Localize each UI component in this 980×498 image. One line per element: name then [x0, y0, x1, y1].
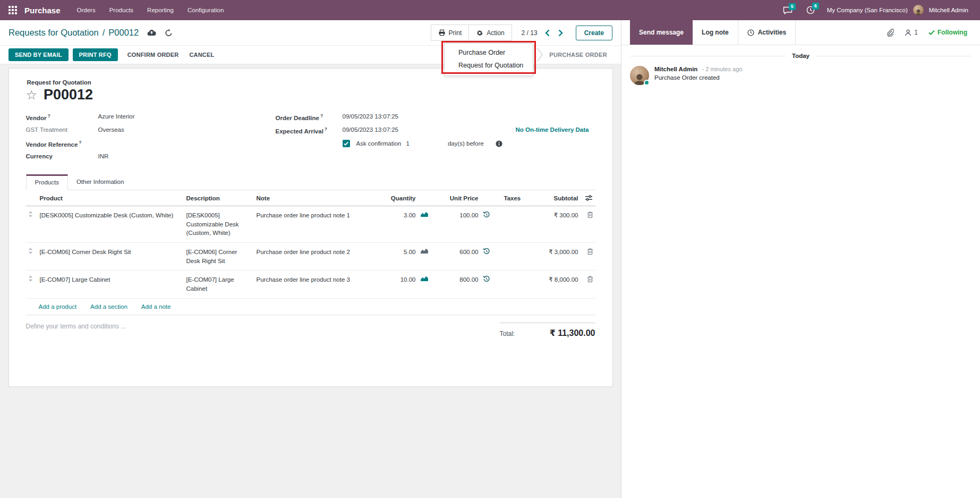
- print-dropdown-menu: Purchase Order Request for Quotation: [444, 43, 533, 76]
- log-note-button[interactable]: Log note: [693, 20, 738, 45]
- cell-quantity[interactable]: 10.00: [377, 271, 418, 298]
- create-button[interactable]: Create: [576, 26, 612, 40]
- apps-menu-icon[interactable]: [8, 6, 17, 14]
- gst-treatment-field[interactable]: Overseas: [98, 126, 124, 133]
- pager-previous-icon[interactable]: [545, 29, 550, 37]
- cell-note[interactable]: Purchase order line product note 2: [254, 243, 377, 271]
- print-action-group: Print Action: [431, 24, 512, 41]
- cell-taxes[interactable]: [502, 243, 534, 271]
- cell-product[interactable]: [E-COM06] Corner Desk Right Sit: [38, 243, 184, 271]
- total-amount: ₹ 11,300.00: [550, 328, 595, 338]
- cell-product[interactable]: [E-COM07] Large Cabinet: [38, 271, 184, 298]
- delete-row-icon[interactable]: [581, 271, 595, 298]
- forecast-icon[interactable]: [418, 271, 436, 298]
- total-label: Total:: [500, 330, 515, 337]
- cell-unit-price[interactable]: 600.00: [436, 243, 481, 271]
- terms-placeholder[interactable]: Define your terms and conditions ...: [26, 323, 126, 338]
- cell-quantity[interactable]: 3.00: [377, 206, 418, 243]
- cell-unit-price[interactable]: 100.00: [436, 206, 481, 243]
- pager-next-icon[interactable]: [558, 29, 563, 37]
- doc-type-label: Request for Quotation: [27, 79, 595, 86]
- expected-arrival-field[interactable]: 09/05/2023 13:07:25: [343, 126, 399, 133]
- followers-button[interactable]: 1: [905, 29, 918, 36]
- message-author[interactable]: Mitchell Admin: [654, 66, 697, 72]
- following-button[interactable]: Following: [928, 29, 967, 36]
- cell-description[interactable]: [DESK0005] Customizable Desk (Custom, Wh…: [184, 206, 254, 243]
- save-cloud-icon[interactable]: [147, 29, 156, 36]
- col-taxes: Taxes: [502, 190, 534, 206]
- breadcrumb-parent[interactable]: Requests for Quotation: [8, 28, 99, 38]
- table-header-row: Product Description Note Quantity Unit P…: [26, 190, 595, 206]
- cell-note[interactable]: Purchase order line product note 3: [254, 271, 377, 298]
- delete-row-icon[interactable]: [581, 243, 595, 271]
- price-history-icon[interactable]: [481, 206, 502, 243]
- vendor-label: Vendor?: [26, 113, 98, 121]
- cancel-button[interactable]: CANCEL: [184, 48, 219, 61]
- price-history-icon[interactable]: [481, 243, 502, 271]
- currency-field[interactable]: INR: [98, 153, 109, 159]
- menu-configuration[interactable]: Configuration: [181, 0, 231, 20]
- table-row: [DESK0005] Customizable Desk (Custom, Wh…: [26, 206, 595, 243]
- activities-clock-icon[interactable]: 6: [806, 6, 815, 14]
- add-a-note-link[interactable]: Add a note: [141, 303, 171, 310]
- app-title[interactable]: Purchase: [24, 6, 61, 15]
- activities-button[interactable]: Activities: [738, 20, 796, 45]
- forecast-icon[interactable]: [418, 206, 436, 243]
- notebook-tabs: Products Other Information: [26, 174, 595, 190]
- print-button[interactable]: Print: [431, 25, 469, 40]
- cell-description[interactable]: [E-COM06] Corner Desk Right Sit: [184, 243, 254, 271]
- cell-unit-price[interactable]: 800.00: [436, 271, 481, 298]
- status-chevron-icon: [537, 48, 543, 62]
- message-timestamp: - 2 minutes ago: [702, 66, 743, 72]
- menu-reporting[interactable]: Reporting: [140, 0, 181, 20]
- cell-description[interactable]: [E-COM07] Large Cabinet: [184, 271, 254, 298]
- vendor-field[interactable]: Azure Interior: [98, 113, 135, 120]
- col-quantity: Quantity: [377, 190, 418, 206]
- discard-undo-icon[interactable]: [165, 29, 173, 37]
- expected-arrival-label: Expected Arrival?: [276, 126, 343, 134]
- cell-note[interactable]: Purchase order line product note 1: [254, 206, 377, 243]
- user-avatar[interactable]: [913, 5, 924, 15]
- tab-products[interactable]: Products: [26, 174, 68, 190]
- user-menu[interactable]: Mitchell Admin: [924, 7, 974, 13]
- add-a-product-link[interactable]: Add a product: [39, 303, 77, 310]
- breadcrumb-separator: /: [103, 28, 105, 38]
- action-button[interactable]: Action: [469, 25, 511, 40]
- cell-quantity[interactable]: 5.00: [377, 243, 418, 271]
- menu-products[interactable]: Products: [103, 0, 140, 20]
- order-deadline-label: Order Deadline?: [276, 113, 343, 121]
- send-by-email-button[interactable]: SEND BY EMAIL: [8, 48, 69, 61]
- order-deadline-field[interactable]: 09/05/2023 13:07:25: [343, 113, 399, 120]
- add-a-section-link[interactable]: Add a section: [90, 303, 127, 310]
- price-history-icon[interactable]: [481, 271, 502, 298]
- drag-handle-icon[interactable]: [26, 206, 38, 243]
- cell-taxes[interactable]: [502, 271, 534, 298]
- menu-orders[interactable]: Orders: [70, 0, 103, 20]
- company-switcher[interactable]: My Company (San Francisco): [822, 7, 913, 13]
- online-status-dot: [644, 80, 650, 86]
- status-step-purchase-order[interactable]: PURCHASE ORDER: [544, 52, 612, 58]
- drag-handle-icon[interactable]: [26, 243, 38, 271]
- print-purchase-order-item[interactable]: Purchase Order: [445, 46, 533, 59]
- attachments-paperclip-icon[interactable]: [887, 29, 894, 37]
- delete-row-icon[interactable]: [581, 206, 595, 243]
- print-request-for-quotation-item[interactable]: Request for Quotation: [445, 59, 533, 72]
- reminder-days-field[interactable]: 1: [406, 140, 410, 147]
- optional-columns-icon[interactable]: [581, 190, 595, 206]
- ask-confirmation-checkbox[interactable]: [343, 140, 350, 147]
- print-rfq-button[interactable]: PRINT RFQ: [73, 48, 118, 61]
- ask-confirmation-label: Ask confirmation: [356, 140, 402, 147]
- chatter-toolbar: Send message Log note Activities 1 Follo…: [621, 20, 980, 45]
- cell-product[interactable]: [DESK0005] Customizable Desk (Custom, Wh…: [38, 206, 184, 243]
- cell-taxes[interactable]: [502, 206, 534, 243]
- confirm-order-button[interactable]: CONFIRM ORDER: [122, 48, 184, 61]
- drag-handle-icon[interactable]: [26, 271, 38, 298]
- tab-other-information[interactable]: Other Information: [68, 174, 132, 190]
- favorite-star-icon[interactable]: ☆: [26, 89, 38, 102]
- forecast-icon[interactable]: [418, 243, 436, 271]
- cell-subtotal: ₹ 8,000.00: [534, 271, 581, 298]
- send-message-button[interactable]: Send message: [630, 20, 693, 45]
- on-time-delivery-link[interactable]: No On-time Delivery Data: [515, 126, 589, 133]
- messages-icon[interactable]: 5: [783, 6, 792, 14]
- date-divider: Today: [621, 53, 980, 59]
